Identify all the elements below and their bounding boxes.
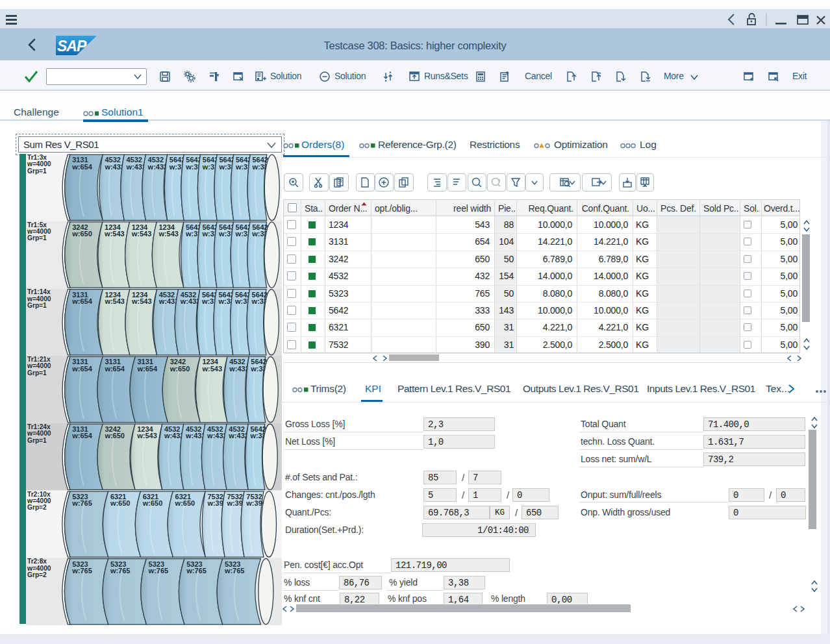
svg-text:Grp=1: Grp=1 [27,437,47,444]
svg-text:w:650: w:650 [175,499,195,507]
svg-text:w:650: w:650 [110,499,131,507]
svg-text:w:650: w:650 [142,499,163,507]
svg-text:w:650: w:650 [170,365,190,373]
svg-text:w:543: w:543 [202,365,223,373]
svg-text:w:432: w:432 [228,432,249,440]
svg-text:w:432: w:432 [180,297,201,305]
svg-text:w:654: w:654 [71,432,92,440]
svg-text:w:432: w:432 [229,365,249,373]
svg-text:w:654: w:654 [104,365,125,373]
svg-text:w:765: w:765 [148,567,169,575]
svg-text:w:650: w:650 [71,230,92,238]
svg-text:w:654: w:654 [71,297,92,305]
svg-text:w:543: w:543 [136,432,157,440]
svg-text:w:654: w:654 [137,365,158,373]
svg-text:w:543: w:543 [131,230,152,238]
svg-text:w:765: w:765 [186,567,207,575]
svg-text:w:654: w:654 [71,163,92,171]
svg-text:SAP: SAP [57,38,87,55]
svg-text:Grp=1: Grp=1 [27,167,47,175]
svg-text:Grp=2: Grp=2 [27,571,47,578]
svg-text:w:650: w:650 [104,432,125,440]
svg-text:w:543: w:543 [104,230,125,238]
svg-text:w:765: w:765 [71,499,92,507]
svg-text:w:654: w:654 [71,365,92,373]
svg-text:w:765: w:765 [110,567,131,575]
svg-text:w:765: w:765 [224,567,245,575]
svg-text:Grp=1: Grp=1 [27,302,47,309]
svg-text:Grp=2: Grp=2 [27,504,47,511]
svg-text:Grp=1: Grp=1 [27,234,47,242]
svg-text:w:432: w:432 [147,163,168,171]
svg-text:w:543: w:543 [104,297,125,305]
svg-text:w:543: w:543 [131,297,152,305]
svg-text:w:765: w:765 [71,567,92,575]
svg-text:w:543: w:543 [158,230,179,238]
svg-text:Grp=1: Grp=1 [27,369,47,377]
